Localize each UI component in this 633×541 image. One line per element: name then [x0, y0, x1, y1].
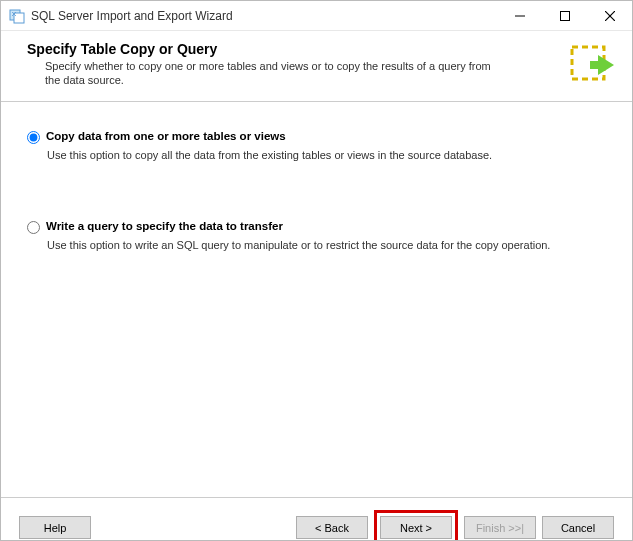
wizard-icon — [566, 41, 614, 89]
svg-marker-7 — [590, 55, 614, 75]
help-button[interactable]: Help — [19, 516, 91, 539]
window-title: SQL Server Import and Export Wizard — [31, 9, 497, 23]
page-description: Specify whether to copy one or more tabl… — [27, 59, 497, 88]
finish-button: Finish >>| — [464, 516, 536, 539]
page-title: Specify Table Copy or Query — [27, 41, 558, 57]
radio-write-query[interactable] — [27, 221, 40, 234]
wizard-header: Specify Table Copy or Query Specify whet… — [1, 31, 632, 102]
option-copy-tables: Copy data from one or more tables or vie… — [27, 130, 606, 162]
option-copy-description: Use this option to copy all the data fro… — [47, 148, 606, 162]
option-query-label[interactable]: Write a query to specify the data to tra… — [46, 220, 283, 232]
wizard-footer: Help < Back Next > Finish >>| Cancel — [1, 497, 632, 541]
titlebar: SQL Server Import and Export Wizard — [1, 1, 632, 31]
cancel-button[interactable]: Cancel — [542, 516, 614, 539]
minimize-button[interactable] — [497, 1, 542, 31]
next-button[interactable]: Next > — [380, 516, 452, 539]
close-button[interactable] — [587, 1, 632, 31]
window-controls — [497, 1, 632, 30]
option-write-query: Write a query to specify the data to tra… — [27, 220, 606, 252]
wizard-content: Copy data from one or more tables or vie… — [1, 102, 632, 497]
option-copy-label[interactable]: Copy data from one or more tables or vie… — [46, 130, 286, 142]
svg-rect-1 — [14, 13, 24, 23]
svg-rect-3 — [560, 12, 569, 21]
radio-copy-tables[interactable] — [27, 131, 40, 144]
maximize-button[interactable] — [542, 1, 587, 31]
next-button-highlight: Next > — [374, 510, 458, 541]
app-icon — [9, 8, 25, 24]
back-button[interactable]: < Back — [296, 516, 368, 539]
option-query-description: Use this option to write an SQL query to… — [47, 238, 606, 252]
